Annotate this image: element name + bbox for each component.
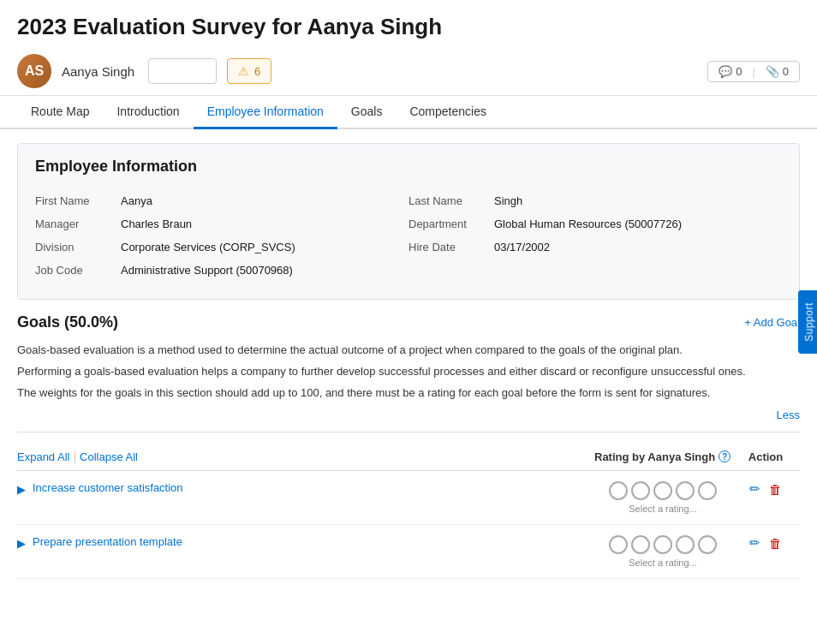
department-row: Department Global Human Resources (50007…	[408, 212, 782, 236]
goals-header: Goals (50.0%) + Add Goal	[17, 313, 800, 342]
goals-divider	[17, 432, 800, 432]
star-2-3[interactable]	[653, 535, 672, 554]
select-rating-2: Select a rating...	[629, 558, 697, 568]
attachment-icon: 📎	[766, 65, 779, 78]
star-2-1[interactable]	[609, 535, 628, 554]
department-value: Global Human Resources (50007726)	[494, 218, 682, 230]
manager-value: Charles Braun	[121, 218, 192, 230]
goal-name-1[interactable]: Increase customer satisfaction	[33, 481, 594, 494]
comments-count: 0	[736, 65, 742, 78]
avatar: AS	[17, 54, 51, 88]
employee-information-card: Employee Information First Name Aanya Ma…	[17, 143, 800, 300]
hire-date-label: Hire Date	[408, 241, 494, 253]
star-row-2	[609, 535, 717, 554]
star-2-2[interactable]	[631, 535, 650, 554]
employee-information-title: Employee Information	[35, 158, 782, 176]
department-label: Department	[408, 218, 494, 230]
goal-row: ▶ Prepare presentation template Select a…	[17, 525, 800, 579]
expand-sep: |	[73, 450, 76, 463]
edit-icon-2[interactable]: ✏	[749, 535, 760, 551]
rating-column-header: Rating by Aanya Singh ?	[594, 450, 731, 463]
rating-col-label: Rating by Aanya Singh	[594, 450, 715, 463]
star-1-2[interactable]	[631, 481, 650, 500]
first-name-label: First Name	[35, 194, 121, 207]
hire-date-row: Hire Date 03/17/2002	[408, 236, 782, 259]
alert-count: 6	[254, 65, 260, 78]
first-name-row: First Name Aanya	[35, 189, 408, 212]
job-code-row: Job Code Administrative Support (5007096…	[35, 259, 408, 282]
nav-item-introduction[interactable]: Introduction	[103, 96, 193, 129]
nav-item-competencies[interactable]: Competencies	[396, 96, 500, 129]
user-status-dropdown[interactable]	[148, 58, 217, 84]
hire-date-value: 03/17/2002	[494, 241, 550, 253]
nav-item-route-map[interactable]: Route Map	[17, 96, 103, 129]
add-goal-button[interactable]: + Add Goal	[744, 316, 800, 329]
employee-info-grid: First Name Aanya Manager Charles Braun D…	[35, 189, 782, 282]
goals-title: Goals (50.0%)	[17, 313, 118, 331]
goal-expand-icon-2[interactable]: ▶	[17, 537, 26, 550]
last-name-value: Singh	[494, 194, 522, 207]
support-tab[interactable]: Support	[798, 290, 817, 354]
page-header: 2023 Evaluation Survey for Aanya Singh	[0, 0, 817, 47]
attachments-count: 0	[783, 65, 789, 78]
less-button[interactable]: Less	[777, 408, 800, 421]
user-name-label: Aanya Singh	[62, 64, 134, 79]
goals-description-line3: The weights for the goals in this sectio…	[17, 385, 800, 402]
goals-section: Goals (50.0%) + Add Goal Goals-based eva…	[17, 313, 800, 579]
last-name-label: Last Name	[408, 194, 494, 207]
delete-icon-1[interactable]: 🗑	[769, 482, 782, 497]
rating-info-icon[interactable]: ?	[719, 450, 731, 462]
division-label: Division	[35, 241, 121, 253]
page-title: 2023 Evaluation Survey for Aanya Singh	[17, 14, 800, 40]
collapse-all-button[interactable]: Collapse All	[80, 450, 138, 463]
manager-row: Manager Charles Braun	[35, 212, 408, 236]
alert-box[interactable]: ⚠ 6	[227, 58, 271, 84]
comment-icon: 💬	[719, 65, 732, 78]
star-1-1[interactable]	[609, 481, 628, 500]
select-rating-1: Select a rating...	[629, 504, 697, 514]
star-1-4[interactable]	[676, 481, 695, 500]
goals-description-line2: Performing a goals-based evaluation help…	[17, 363, 800, 381]
nav-bar: Route Map Introduction Employee Informat…	[0, 96, 817, 129]
division-row: Division Corporate Services (CORP_SVCS)	[35, 236, 408, 259]
goal-rating-col-1: Select a rating...	[594, 481, 731, 514]
right-info-col: Last Name Singh Department Global Human …	[408, 189, 782, 282]
nav-item-employee-information[interactable]: Employee Information	[194, 96, 337, 129]
job-code-value: Administrative Support (50070968)	[121, 264, 293, 277]
goal-rating-col-2: Select a rating...	[594, 535, 731, 568]
goal-row: ▶ Increase customer satisfaction Select …	[17, 471, 800, 525]
goals-table-header: Expand All | Collapse All Rating by Aany…	[17, 443, 800, 471]
first-name-value: Aanya	[121, 194, 152, 207]
star-1-3[interactable]	[653, 481, 672, 500]
alert-icon: ⚠	[238, 64, 249, 78]
star-2-5[interactable]	[698, 535, 717, 554]
last-name-row: Last Name Singh	[408, 189, 782, 212]
expand-collapse-controls: Expand All | Collapse All	[17, 450, 138, 463]
job-code-label: Job Code	[35, 264, 121, 277]
star-row-1	[609, 481, 717, 500]
nav-item-goals[interactable]: Goals	[337, 96, 397, 129]
divider: |	[752, 65, 754, 78]
goal-action-col-2: ✏ 🗑	[731, 535, 800, 551]
expand-all-button[interactable]: Expand All	[17, 450, 69, 463]
user-bar: AS Aanya Singh ⚠ 6 💬 0 | 📎 0	[0, 47, 817, 96]
less-link-container: Less	[17, 408, 800, 421]
comments-attachments-bar: 💬 0 | 📎 0	[707, 61, 800, 82]
left-info-col: First Name Aanya Manager Charles Braun D…	[35, 189, 408, 282]
goals-description-line1: Goals-based evaluation is a method used …	[17, 342, 800, 360]
goal-action-col-1: ✏ 🗑	[731, 481, 800, 497]
division-value: Corporate Services (CORP_SVCS)	[121, 241, 295, 253]
goal-expand-icon-1[interactable]: ▶	[17, 483, 26, 496]
star-1-5[interactable]	[698, 481, 717, 500]
manager-label: Manager	[35, 218, 121, 230]
action-column-header: Action	[731, 450, 800, 463]
goal-name-2[interactable]: Prepare presentation template	[33, 535, 594, 548]
star-2-4[interactable]	[676, 535, 695, 554]
edit-icon-1[interactable]: ✏	[749, 481, 760, 497]
delete-icon-2[interactable]: 🗑	[769, 536, 782, 551]
main-content: Employee Information First Name Aanya Ma…	[0, 143, 817, 610]
avatar-initials: AS	[25, 63, 44, 79]
